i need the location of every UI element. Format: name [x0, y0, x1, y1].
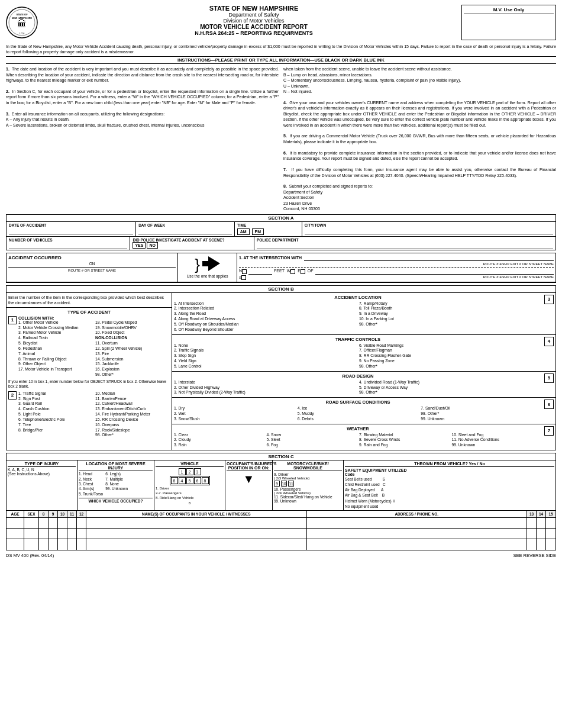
c14-1[interactable]: [537, 518, 546, 528]
instruction-5: 5. If you are driving a Commercial Motor…: [283, 133, 556, 144]
thrown-title: THROWN FROM VEHICLE? Yes / No: [345, 462, 554, 467]
box4[interactable]: 4: [544, 337, 554, 346]
c13-2[interactable]: [527, 529, 537, 539]
box7[interactable]: 7: [544, 426, 554, 436]
sex-2[interactable]: [24, 529, 39, 539]
num-vehicles-input[interactable]: [9, 242, 127, 249]
nc-item-18: 18. Pedal Cycle/Moped: [95, 320, 170, 326]
n-checkbox[interactable]: [242, 269, 247, 274]
moto-col: MOTORCYCLE/BIKE/ SNOWMOBILE 9. Driver ( …: [273, 460, 344, 510]
c12-2[interactable]: [77, 529, 86, 539]
rs-1: 1. Dry: [174, 406, 295, 411]
name-2[interactable]: [86, 529, 307, 539]
brace-symbol: }: [195, 257, 200, 272]
c10-1[interactable]: [58, 518, 67, 528]
c11-2[interactable]: [67, 529, 77, 539]
police-dept-input[interactable]: [257, 242, 553, 249]
use-one-that: Use the one that applies: [186, 274, 228, 278]
c8-3[interactable]: [39, 539, 49, 550]
arrow-left: [202, 256, 220, 272]
am-pm-row: AM PM: [237, 228, 299, 235]
occupant-row-3: [7, 539, 555, 550]
s-checkbox[interactable]: [241, 275, 246, 280]
addr-3[interactable]: [307, 539, 528, 550]
section-a-row2: NUMBER OF VEHICLES DID POLICE INVESTIGAT…: [7, 237, 555, 250]
c11-1[interactable]: [67, 518, 77, 528]
moto-num-11: 11: [288, 481, 294, 487]
city-input[interactable]: [305, 227, 553, 235]
c13-1[interactable]: [527, 518, 537, 528]
c15-3[interactable]: [546, 539, 555, 550]
c15-1[interactable]: [546, 518, 555, 528]
intersection-field[interactable]: [304, 255, 554, 261]
name-3[interactable]: [86, 539, 307, 550]
w-col2: 4. Snow 5. Sleet 6. Fog: [267, 433, 357, 448]
w-4: 4. Snow: [267, 433, 357, 438]
c10-3[interactable]: [58, 539, 67, 550]
c9-2[interactable]: [49, 529, 58, 539]
name-1[interactable]: [86, 518, 307, 528]
day-input[interactable]: [138, 227, 232, 235]
c12-3[interactable]: [77, 539, 86, 550]
box2-container: 2: [8, 391, 18, 438]
e-checkbox[interactable]: [301, 269, 305, 274]
date-input[interactable]: [9, 227, 133, 235]
c9-1[interactable]: [49, 518, 58, 528]
c15-2[interactable]: [546, 529, 555, 539]
c9-3[interactable]: [49, 539, 58, 550]
box5[interactable]: 5: [544, 373, 554, 383]
instruction-4: 4. Give your own and your vehicles owner…: [283, 100, 556, 128]
w-11: 11. No Adverse Conditions: [452, 437, 542, 443]
moto-num-10: 10: [281, 481, 287, 487]
c10-2[interactable]: [58, 529, 67, 539]
col-item-8: 8. Thrown or Falling Object: [18, 357, 93, 362]
col-item-9: 9. Other Object: [18, 362, 93, 367]
box3[interactable]: 3: [544, 295, 554, 304]
road-surface-content: ROAD SURFACE CONDITIONS 1. Dry 2. Wet 3.…: [174, 400, 542, 421]
loc-3: 3. Chest: [79, 482, 103, 487]
rs-lists: 1. Dry 2. Wet 3. Snow/Slush 4. Ice 5. Mu…: [174, 406, 542, 421]
no-button[interactable]: NO: [147, 242, 158, 249]
moto-9-label: 9. Driver: [274, 472, 332, 476]
city-label: CITY/TOWN: [305, 223, 553, 227]
time-label: TIME: [237, 223, 299, 227]
feet-field[interactable]: [248, 269, 272, 275]
c8-1[interactable]: [39, 518, 49, 528]
c11-3[interactable]: [67, 539, 77, 550]
w-9: 9. Rain and Fog: [359, 443, 450, 448]
accident-area: ACCIDENT OCCURRED ON ROUTE # OR STREET N…: [6, 253, 556, 283]
age-3[interactable]: [7, 539, 24, 550]
w-checkbox[interactable]: [290, 269, 295, 274]
addr-1[interactable]: [307, 518, 528, 528]
c14-2[interactable]: [537, 529, 546, 539]
box6[interactable]: 6: [544, 400, 554, 409]
age-1[interactable]: [7, 518, 24, 528]
vehicle-col: VEHICLE 1 2 3 8 4 5 6 8: [154, 460, 225, 510]
obj-11: 11. Barrier/Fence: [95, 397, 170, 402]
pm-label[interactable]: PM: [252, 228, 264, 235]
addr-2[interactable]: [307, 529, 528, 539]
c8-2[interactable]: [39, 529, 49, 539]
rs-98: 98. Other*: [421, 411, 542, 417]
yes-button[interactable]: YES: [133, 242, 146, 249]
am-label[interactable]: AM: [237, 228, 250, 235]
c13-3[interactable]: [527, 539, 537, 550]
route-field-1[interactable]: [8, 267, 176, 268]
col12-label: 12: [77, 511, 86, 517]
tc-6: 6. Visible Road Markings: [359, 343, 542, 349]
age-2[interactable]: [7, 529, 24, 539]
sex-3[interactable]: [24, 539, 39, 550]
sex-1[interactable]: [24, 518, 39, 528]
safety-code-label: Code: [345, 472, 554, 476]
safety-1: Seat Belts used S: [345, 476, 554, 482]
of-field[interactable]: [315, 269, 554, 275]
c14-3[interactable]: [537, 539, 546, 550]
box2[interactable]: 2: [8, 391, 17, 400]
col10-label: 10: [58, 511, 67, 517]
c12-1[interactable]: [77, 518, 86, 528]
rs-6: 6. Debris: [298, 417, 419, 422]
rs-3: 3. Snow/Slush: [174, 417, 295, 422]
nc-14: 14. Submersion: [95, 357, 170, 362]
col8-label: 8: [39, 511, 49, 517]
box1[interactable]: 1: [8, 316, 17, 324]
